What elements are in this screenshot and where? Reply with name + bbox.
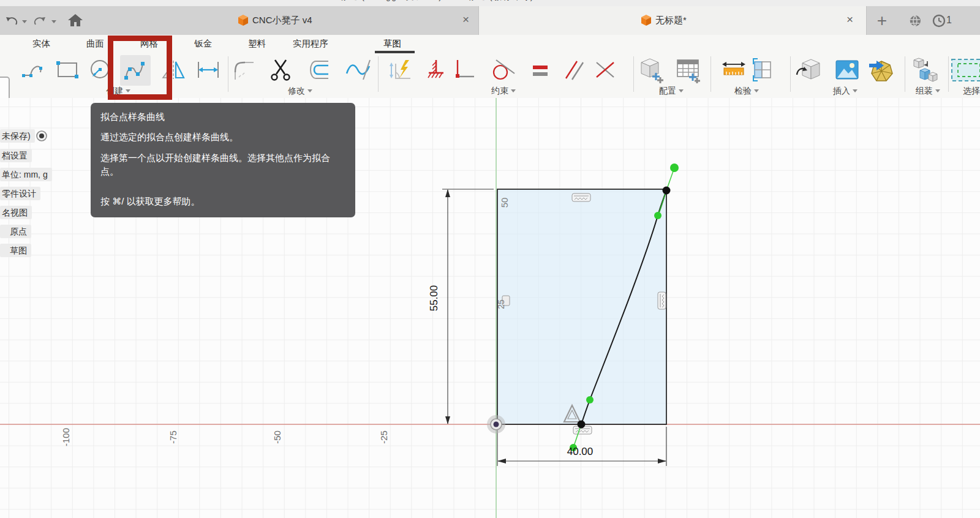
toolbar-separator xyxy=(228,56,228,92)
rectangle-tool-icon[interactable] xyxy=(54,56,81,83)
auto-constraint-icon[interactable] xyxy=(387,56,414,83)
toolbar-separator xyxy=(790,56,791,92)
section-analysis-icon[interactable] xyxy=(748,56,775,83)
tooltip-help-hint: 按 ⌘/ 以获取更多帮助。 xyxy=(100,196,345,208)
browser-item-named-views[interactable]: 名视图 xyxy=(0,206,32,219)
measure-icon[interactable] xyxy=(720,56,747,83)
undo-button[interactable] xyxy=(5,15,18,27)
redo-dropdown-icon[interactable] xyxy=(51,20,56,23)
arrowhead-right-icon xyxy=(658,459,666,464)
job-count-badge: 1 xyxy=(946,15,952,26)
toolbar-separator xyxy=(710,56,711,92)
undo-dropdown-icon[interactable] xyxy=(22,20,27,23)
toolbar-separator xyxy=(378,56,379,92)
home-icon[interactable] xyxy=(67,13,81,25)
active-tab-underline xyxy=(375,51,415,53)
offset-tool-icon[interactable] xyxy=(305,56,332,83)
dimension-height-label[interactable]: 55.00 xyxy=(428,285,440,312)
tab-title: CNC小凳子 v4 xyxy=(252,15,312,26)
insert-mesh-icon[interactable] xyxy=(868,56,895,83)
reference-dim-25: 25 xyxy=(496,299,506,309)
origin-marker[interactable] xyxy=(487,415,505,434)
tangent-constraint-icon[interactable] xyxy=(489,56,516,83)
browser-item-part-design[interactable]: 零件设计 xyxy=(0,187,40,200)
ribbon-tab-utilities[interactable]: 实用程序 xyxy=(293,38,328,50)
spline-fit-point[interactable] xyxy=(670,163,679,172)
x-axis-label: -100 xyxy=(61,428,71,446)
tab-cnc-stool[interactable]: CNC小凳子 v4 × xyxy=(86,6,478,35)
spline-tooltip: 拟合点样条曲线 通过选定的拟合点创建样条曲线。 选择第一个点以开始创建样条曲线。… xyxy=(91,103,355,217)
browser-item-document-settings[interactable]: 档设置 xyxy=(0,149,32,162)
assemble-icon[interactable] xyxy=(911,56,938,83)
tab-untitled[interactable]: 无标题* × xyxy=(478,6,867,35)
tab-close-icon[interactable]: × xyxy=(462,13,469,26)
browser-item-unsaved[interactable]: 未保存) xyxy=(0,129,35,143)
decal-icon[interactable] xyxy=(794,56,821,83)
job-status-clock-icon[interactable] xyxy=(932,14,946,26)
document-cube-icon xyxy=(641,14,652,26)
chevron-down-icon xyxy=(511,89,516,92)
tooltip-instructions: 选择第一个点以开始创建样条曲线。选择其他点作为拟合点。 xyxy=(100,151,345,178)
group-label-constraints[interactable]: 约束 xyxy=(479,86,528,97)
sketch-point[interactable] xyxy=(663,187,671,195)
fillet-tool-icon[interactable] xyxy=(230,56,257,83)
ribbon-tab-sketch[interactable]: 草图 xyxy=(383,38,401,50)
tooltip-title: 拟合点样条曲线 xyxy=(100,111,345,123)
fusion-window: 无标题 (autoggc 文档 v4) — 无标题 (教育许可) CNC小凳子 … xyxy=(0,0,980,518)
tab-title: 无标题* xyxy=(655,15,687,26)
line-tool-icon[interactable] xyxy=(20,56,47,83)
symmetry-constraint-icon[interactable] xyxy=(592,56,619,83)
vertical-constraint-badge[interactable] xyxy=(658,292,666,309)
globe-icon[interactable] xyxy=(908,14,922,26)
redo-button[interactable] xyxy=(33,15,47,27)
group-label-inspect[interactable]: 检验 xyxy=(722,86,771,97)
equal-constraint-icon[interactable] xyxy=(527,56,554,83)
insert-canvas-icon[interactable] xyxy=(834,56,861,83)
spline-fit-point[interactable] xyxy=(586,396,594,404)
parameters-table-icon[interactable] xyxy=(674,56,701,83)
arrowhead-down-icon xyxy=(445,416,450,424)
select-tool-icon[interactable] xyxy=(951,56,978,83)
x-axis-label: -75 xyxy=(168,430,178,444)
chevron-down-icon xyxy=(754,89,759,92)
browser-item-units[interactable]: 单位: mm, g xyxy=(0,168,52,181)
group-label-configure[interactable]: 配置 xyxy=(647,86,696,97)
chevron-down-icon xyxy=(853,89,858,92)
sketch-point[interactable] xyxy=(578,421,586,429)
ribbon-tab-plastic[interactable]: 塑料 xyxy=(248,38,266,50)
window-title-clipped: 无标题 (autoggc 文档 v4) — 无标题 (教育许可) xyxy=(331,0,833,2)
trim-tool-icon[interactable] xyxy=(267,56,294,83)
parallel-constraint-icon[interactable] xyxy=(560,56,587,83)
toolbar-separator xyxy=(633,56,634,92)
browser-item-sketches[interactable]: 草图 xyxy=(0,244,31,257)
spline-fit-point[interactable] xyxy=(654,212,662,219)
new-component-icon[interactable] xyxy=(638,56,665,83)
fix-constraint-icon[interactable] xyxy=(421,56,448,83)
tooltip-description: 通过选定的拟合点创建样条曲线。 xyxy=(100,130,345,144)
new-tab-button[interactable]: + xyxy=(873,11,891,31)
chevron-down-icon xyxy=(307,89,312,92)
project-curve-tool-icon[interactable] xyxy=(345,56,372,83)
group-label-insert[interactable]: 插入 xyxy=(821,86,870,97)
ribbon-tab-solid[interactable]: 实体 xyxy=(32,38,50,50)
dimension-width-label[interactable]: 40.00 xyxy=(567,446,594,457)
browser-item-origin[interactable]: 原点 xyxy=(0,225,31,238)
group-label-modify[interactable]: 修改 xyxy=(276,86,325,97)
reference-dim-50: 50 xyxy=(499,198,510,208)
ribbon-tab-sheetmetal[interactable]: 钣金 xyxy=(194,38,212,50)
radio-button-icon[interactable] xyxy=(36,130,47,144)
horizontal-constraint-badge[interactable] xyxy=(572,193,590,201)
sketch-profile-rect[interactable] xyxy=(497,189,666,424)
chevron-down-icon xyxy=(935,89,940,92)
ribbon-tab-surface[interactable]: 曲面 xyxy=(86,38,104,50)
dimension-tool-icon[interactable] xyxy=(195,56,222,83)
x-axis-label: -50 xyxy=(272,430,282,444)
tab-close-icon[interactable]: × xyxy=(846,13,853,26)
document-tabbar: CNC小凳子 v4 × 无标题* × + 1 xyxy=(0,6,980,36)
group-label-assemble[interactable]: 组装 xyxy=(903,86,952,97)
chevron-down-icon xyxy=(679,89,684,92)
document-cube-icon xyxy=(238,14,249,26)
x-axis-label: -25 xyxy=(379,430,389,444)
horizontal-vertical-constraint-icon[interactable] xyxy=(450,56,477,83)
arrowhead-left-icon xyxy=(497,459,506,464)
